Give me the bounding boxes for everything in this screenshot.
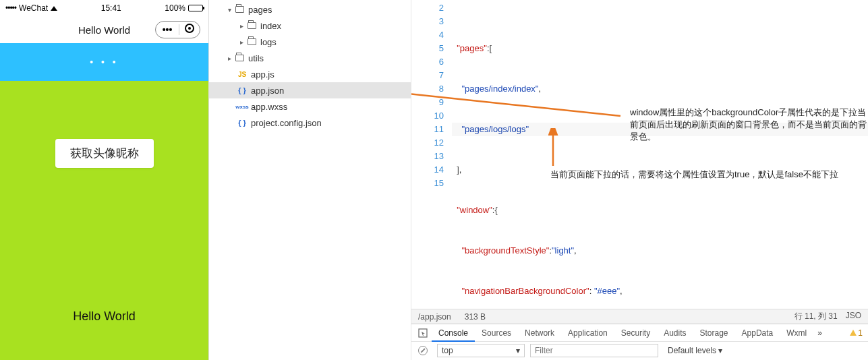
tree-label: app.json xyxy=(251,86,284,96)
json-file-icon: { } xyxy=(236,86,248,94)
folder-icon xyxy=(245,38,258,45)
line-gutter: 234 567 8910 111213 1415 xyxy=(411,0,452,309)
devtools-tab-audits[interactable]: Audits xyxy=(657,324,693,342)
devtools-tab-row: Console Sources Network Application Secu… xyxy=(411,324,868,342)
capsule-close-icon[interactable] xyxy=(179,24,200,36)
capsule-more-icon[interactable]: ••• xyxy=(156,24,179,35)
warning-triangle-icon xyxy=(850,330,857,336)
caret-line-highlight xyxy=(452,123,868,136)
simulator-statusbar: ••••• WeChat 15:41 100% xyxy=(0,0,208,16)
chevron-right-icon: ▸ xyxy=(237,22,245,30)
status-path: /app.json xyxy=(418,312,451,322)
js-file-icon: JS xyxy=(236,71,248,78)
chevron-down-icon: ▾ xyxy=(225,6,233,13)
pull-refresh-area: • • • xyxy=(0,43,208,81)
status-linecol: 行 11, 列 31 xyxy=(794,311,838,322)
statusbar-right: 100% xyxy=(165,3,203,13)
editor-status-bar: /app.json 313 B 行 11, 列 31 JSO xyxy=(411,309,868,324)
tree-label: utils xyxy=(248,53,264,63)
file-explorer[interactable]: ▾ pages ▸ index ▸ logs ▸ utils JS app.js… xyxy=(209,0,411,360)
tree-label: index xyxy=(260,21,281,31)
tree-folder-index[interactable]: ▸ index xyxy=(209,18,411,34)
tree-folder-utils[interactable]: ▸ utils xyxy=(209,50,411,66)
navbar-title: Hello World xyxy=(78,24,130,36)
devtools-tab-security[interactable]: Security xyxy=(614,324,657,342)
devtools-tab-wxml[interactable]: Wxml xyxy=(780,324,813,342)
devtools-tab-network[interactable]: Network xyxy=(518,324,561,342)
battery-percent: 100% xyxy=(165,3,185,13)
tree-file-project-config[interactable]: { } project.config.json xyxy=(209,115,411,131)
devtools-console-controls: top▾ Default levels ▾ xyxy=(411,342,868,359)
tree-label: pages xyxy=(248,5,272,15)
code-editor[interactable]: 234 567 8910 111213 1415 "pages":[ "page… xyxy=(411,0,868,309)
wifi-icon xyxy=(51,6,57,11)
battery-icon xyxy=(188,5,203,11)
console-filter-input[interactable] xyxy=(530,344,658,357)
devtools-tab-storage[interactable]: Storage xyxy=(693,324,735,342)
devtools-tab-application[interactable]: Application xyxy=(561,324,614,342)
folder-icon xyxy=(245,22,258,29)
tree-folder-pages[interactable]: ▾ pages xyxy=(209,1,411,18)
inspect-element-icon[interactable] xyxy=(414,325,432,341)
devtools-panel: Console Sources Network Application Secu… xyxy=(411,324,868,360)
signal-dots: ••••• xyxy=(5,3,16,13)
devtools-tab-more[interactable]: » xyxy=(813,328,826,338)
devtools-tab-console[interactable]: Console xyxy=(432,324,475,342)
statusbar-left: ••••• WeChat xyxy=(5,3,57,13)
devtools-warning-badge[interactable]: 1 xyxy=(850,328,863,338)
tree-file-app-json[interactable]: { } app.json xyxy=(209,82,411,98)
editor-pane: 234 567 8910 111213 1415 "pages":[ "page… xyxy=(411,0,868,360)
chevron-right-icon: ▸ xyxy=(225,55,233,62)
json-file-icon: { } xyxy=(236,119,248,127)
get-avatar-button[interactable]: 获取头像昵称 xyxy=(55,139,154,168)
folder-icon xyxy=(233,6,245,13)
console-levels-select[interactable]: Default levels ▾ xyxy=(664,344,738,357)
simulator-page-body[interactable]: 获取头像昵称 Hello World xyxy=(0,81,208,360)
chevron-right-icon: ▸ xyxy=(237,38,245,46)
pull-refresh-dots: • • • xyxy=(90,57,118,67)
tree-folder-logs[interactable]: ▸ logs xyxy=(209,34,411,50)
code-content[interactable]: "pages":[ "pages/index/index", "pages/lo… xyxy=(452,0,868,309)
tree-label: app.js xyxy=(251,69,274,80)
status-lang: JSO xyxy=(846,311,861,322)
statusbar-time: 15:41 xyxy=(101,3,121,13)
devtools-tab-appdata[interactable]: AppData xyxy=(735,324,780,342)
console-context-select[interactable]: top▾ xyxy=(437,344,525,357)
tree-label: logs xyxy=(260,37,277,47)
status-size: 313 B xyxy=(465,312,486,322)
devtools-tab-sources[interactable]: Sources xyxy=(475,324,518,342)
tree-label: app.wxss xyxy=(251,102,287,112)
simulator-navbar: Hello World ••• xyxy=(0,16,208,43)
tree-file-app-wxss[interactable]: wxss app.wxss xyxy=(209,98,411,115)
folder-icon xyxy=(233,55,245,61)
tree-file-app-js[interactable]: JS app.js xyxy=(209,66,411,82)
hello-world-text: Hello World xyxy=(73,309,136,324)
tree-label: project.config.json xyxy=(251,118,322,128)
capsule-button[interactable]: ••• xyxy=(155,21,200,38)
simulator-pane: ••••• WeChat 15:41 100% Hello World ••• … xyxy=(0,0,209,360)
wxss-file-icon: wxss xyxy=(236,104,248,110)
carrier-label: WeChat xyxy=(19,3,48,13)
clear-console-icon[interactable] xyxy=(414,342,432,359)
